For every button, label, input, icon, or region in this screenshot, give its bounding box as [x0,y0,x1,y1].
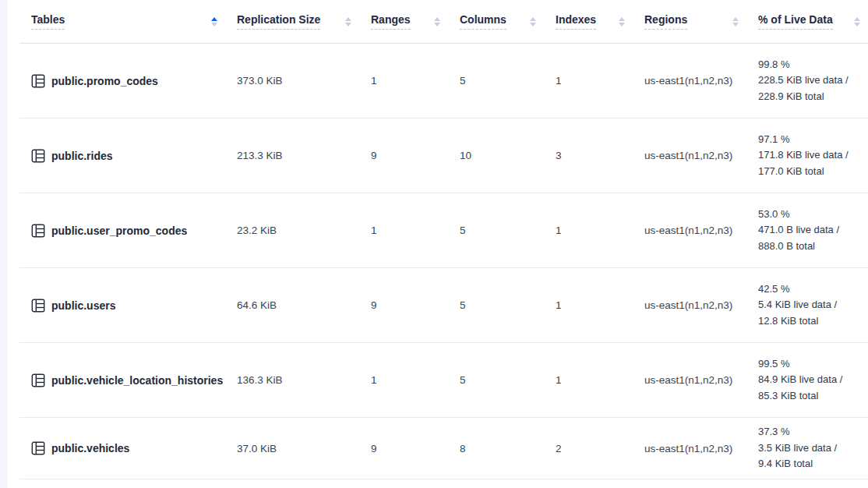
sort-asc-arrow-icon [732,17,739,21]
column-header-tables[interactable]: Tables [19,13,225,30]
live-data-cell: 99.8 % 228.5 KiB live data / 228.9 KiB t… [746,57,868,105]
regions-value: us-east1(n1,n2,n3) [633,299,746,311]
column-header-replication-size[interactable]: Replication Size [225,13,359,30]
columns-value: 5 [448,374,544,386]
sort-asc-arrow-icon [345,17,351,21]
live-data-total: 177.0 KiB total [758,164,860,180]
table-name-link[interactable]: public.rides [51,150,113,162]
indexes-value: 1 [544,75,633,87]
column-header-label: Ranges [371,13,411,30]
table-icon [31,74,45,88]
column-header-live-data[interactable]: % of Live Data [746,13,868,30]
live-data-total: 12.8 KiB total [758,313,860,330]
table-name-link[interactable]: public.users [51,299,115,312]
sort-icon[interactable] [854,17,860,27]
live-data-total: 9.4 KiB total [758,456,860,472]
table-name-link[interactable]: public.vehicles [51,442,129,454]
replication-size-value: 213.3 KiB [225,150,359,161]
sort-asc-arrow-icon [211,17,217,21]
sort-icon[interactable] [732,17,739,27]
sort-desc-arrow-icon [345,23,351,27]
sort-icon[interactable] [434,17,440,27]
sort-icon[interactable] [530,17,536,27]
replication-size-value: 373.0 KiB [225,75,359,87]
sort-icon[interactable] [345,17,351,27]
table-name-link[interactable]: public.vehicle_location_histories [51,374,223,387]
sort-icon[interactable] [619,17,625,27]
live-data-detail: 5.4 KiB live data / [758,297,860,313]
sort-asc-arrow-icon [854,17,860,21]
table-name-link[interactable]: public.user_promo_codes [51,225,187,237]
sort-icon[interactable] [211,17,217,27]
table-row[interactable]: public.vehicles 37.0 KiB 9 8 2 us-east1(… [19,418,868,479]
ranges-value: 1 [359,75,448,87]
table-header-row: Tables Replication Size Ranges Columns I… [19,0,868,44]
regions-value: us-east1(n1,n2,n3) [633,75,746,87]
sort-desc-arrow-icon [854,23,860,27]
columns-value: 5 [448,75,544,87]
sort-asc-arrow-icon [530,17,536,21]
indexes-value: 1 [544,225,633,236]
live-data-percent: 42.5 % [758,281,860,298]
indexes-value: 2 [544,443,633,454]
columns-value: 5 [448,225,544,236]
replication-size-value: 23.2 KiB [225,225,359,236]
regions-value: us-east1(n1,n2,n3) [633,443,746,454]
columns-value: 8 [448,443,544,454]
live-data-cell: 42.5 % 5.4 KiB live data / 12.8 KiB tota… [746,281,868,330]
live-data-total: 85.3 KiB total [758,388,860,405]
column-header-label: Columns [460,13,506,30]
live-data-percent: 99.8 % [758,57,860,73]
sort-desc-arrow-icon [732,23,739,27]
column-header-columns[interactable]: Columns [448,13,544,30]
live-data-detail: 471.0 B live data / [758,222,860,239]
table-row[interactable]: public.vehicle_location_histories 136.3 … [19,343,868,418]
regions-value: us-east1(n1,n2,n3) [633,225,746,236]
indexes-value: 1 [544,374,633,386]
column-header-label: Tables [31,13,65,30]
column-header-regions[interactable]: Regions [633,13,746,30]
columns-value: 5 [448,299,544,311]
ranges-value: 9 [359,150,448,161]
sort-asc-arrow-icon [434,17,440,21]
table-body: public.promo_codes 373.0 KiB 1 5 1 us-ea… [19,44,868,479]
column-header-indexes[interactable]: Indexes [544,13,633,30]
table-name-link[interactable]: public.promo_codes [51,75,158,87]
live-data-total: 888.0 B total [758,239,860,255]
live-data-cell: 37.3 % 3.5 KiB live data / 9.4 KiB total [746,424,868,472]
table-row[interactable]: public.user_promo_codes 23.2 KiB 1 5 1 u… [19,193,868,268]
tables-table: Tables Replication Size Ranges Columns I… [19,0,868,479]
live-data-detail: 171.8 KiB live data / [758,147,860,164]
ranges-value: 1 [359,225,448,236]
live-data-percent: 99.5 % [758,356,860,373]
column-header-label: Regions [644,13,687,30]
table-icon [31,441,45,455]
sort-desc-arrow-icon [434,23,440,27]
sort-asc-arrow-icon [619,17,625,21]
live-data-detail: 228.5 KiB live data / [758,72,860,89]
table-icon [31,149,45,163]
replication-size-value: 37.0 KiB [225,443,359,454]
column-header-label: Replication Size [237,13,320,30]
columns-value: 10 [448,150,544,161]
replication-size-value: 64.6 KiB [225,299,359,311]
live-data-detail: 3.5 KiB live data / [758,440,860,457]
ranges-value: 1 [359,374,448,386]
sort-desc-arrow-icon [530,23,536,27]
page-gutter [0,0,8,488]
table-row[interactable]: public.users 64.6 KiB 9 5 1 us-east1(n1,… [19,268,868,343]
ranges-value: 9 [359,443,448,454]
regions-value: us-east1(n1,n2,n3) [633,374,746,386]
table-row[interactable]: public.promo_codes 373.0 KiB 1 5 1 us-ea… [19,44,868,118]
live-data-total: 228.9 KiB total [758,89,860,105]
table-row[interactable]: public.rides 213.3 KiB 9 10 3 us-east1(n… [19,118,868,193]
column-header-ranges[interactable]: Ranges [359,13,448,30]
replication-size-value: 136.3 KiB [225,374,359,386]
live-data-percent: 37.3 % [758,424,860,440]
indexes-value: 3 [544,150,633,161]
live-data-detail: 84.9 KiB live data / [758,372,860,388]
table-icon [31,299,45,313]
column-header-label: % of Live Data [758,13,833,30]
live-data-cell: 97.1 % 171.8 KiB live data / 177.0 KiB t… [746,132,868,180]
indexes-value: 1 [544,299,633,311]
